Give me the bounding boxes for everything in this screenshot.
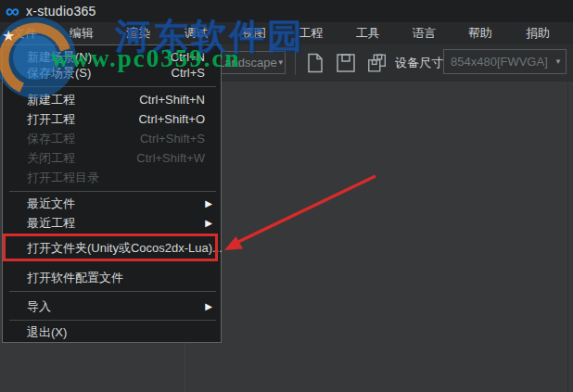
device-size-label: 设备尺寸 — [395, 44, 443, 82]
chevron-down-icon: ▼ — [554, 57, 566, 66]
menubar-item-render[interactable]: 渲染(R) — [116, 22, 173, 44]
annotation-highlight-box — [3, 234, 218, 261]
menu-item-new-project[interactable]: 新建工程 Ctrl+Shift+N — [3, 90, 221, 109]
menu-item-save-scene[interactable]: 保存场景(S) Ctrl+S — [3, 63, 221, 82]
submenu-arrow-icon: ▶ — [205, 194, 221, 213]
menubar-item-project[interactable]: 工程(P) — [288, 22, 346, 44]
new-file-button[interactable] — [304, 52, 326, 74]
save-all-button[interactable] — [366, 52, 388, 74]
device-size-dropdown[interactable]: 854x480[FWVGA] ▼ — [443, 49, 567, 74]
menu-item-close-project: 关闭工程 Ctrl+Shift+W — [3, 148, 221, 168]
menu-item-shortcut: Ctrl+S — [172, 63, 221, 82]
menu-separator — [9, 320, 216, 321]
menu-item-import[interactable]: 导入 ▶ — [3, 297, 221, 316]
menu-item-label: 保存工程 — [3, 129, 75, 148]
orientation-value: Landscape — [218, 56, 277, 70]
menu-item-open-config-file[interactable]: 打开软件配置文件 — [3, 268, 221, 287]
toolbar-separator — [295, 50, 296, 75]
menubar-item-donate[interactable]: 捐助(N) — [516, 22, 573, 44]
app-window: { "window": { "title": "x-studio365" }, … — [0, 0, 573, 392]
file-menu-panel: 新建场景(N) Ctrl+N 保存场景(S) Ctrl+S 新建工程 Ctrl+… — [2, 44, 222, 343]
menu-item-label: 新建工程 — [3, 90, 75, 109]
submenu-arrow-icon: ▶ — [205, 297, 221, 316]
menu-item-label: 导入 — [3, 297, 51, 316]
new-file-icon — [306, 53, 325, 73]
menu-item-shortcut: Ctrl+Shift+N — [139, 90, 221, 109]
app-logo-icon: ∞ — [6, 2, 19, 20]
title-bar: ∞ x-studio365 — [0, 0, 573, 22]
submenu-arrow-icon: ▶ — [205, 213, 221, 233]
menubar-item-help[interactable]: 帮助(H) — [458, 22, 516, 44]
save-button[interactable] — [335, 52, 357, 74]
menubar-item-tools[interactable]: 工具(T) — [346, 22, 402, 44]
menu-item-shortcut: Ctrl+Shift+W — [136, 148, 221, 168]
menubar-item-file[interactable]: 文件(F) — [3, 22, 59, 44]
menu-item-open-project[interactable]: 打开工程 Ctrl+Shift+O — [3, 109, 221, 129]
save-icon — [335, 52, 357, 74]
save-all-icon — [366, 52, 388, 74]
menu-bar: 文件(F) 编辑(E) 渲染(R) 调试(D) 视图(V) 工程(P) 工具(T… — [0, 22, 573, 44]
menu-item-label: 最近文件 — [3, 194, 75, 213]
menu-item-save-project: 保存工程 Ctrl+Shift+S — [3, 129, 221, 148]
menu-item-label: 打开软件配置文件 — [3, 268, 123, 287]
menu-item-shortcut: Ctrl+Shift+O — [138, 109, 221, 129]
menu-item-recent-files[interactable]: 最近文件 ▶ — [3, 194, 221, 213]
menu-item-open-project-dir: 打开工程目录 — [3, 168, 221, 187]
menubar-item-edit[interactable]: 编辑(E) — [59, 22, 117, 44]
menu-item-label: 关闭工程 — [3, 148, 75, 168]
menu-item-label: 打开工程 — [3, 109, 75, 129]
menu-item-recent-projects[interactable]: 最近工程 ▶ — [3, 213, 221, 233]
chevron-down-icon: ▼ — [277, 58, 288, 67]
menu-item-label: 最近工程 — [3, 213, 75, 233]
menu-item-exit[interactable]: 退出(X) — [3, 322, 221, 342]
menu-item-shortcut: Ctrl+Shift+S — [140, 129, 221, 148]
panel-divider-right — [567, 82, 568, 392]
menubar-item-view[interactable]: 视图(V) — [232, 22, 289, 44]
menu-separator — [9, 291, 216, 292]
menu-item-label: 保存场景(S) — [3, 63, 91, 82]
menubar-item-debug[interactable]: 调试(D) — [174, 22, 232, 44]
menu-separator — [9, 86, 216, 87]
device-size-value: 854x480[FWVGA] — [451, 55, 548, 69]
menu-separator — [9, 191, 216, 192]
menu-item-label: 打开工程目录 — [3, 168, 99, 187]
menu-item-label: 退出(X) — [3, 322, 67, 342]
menubar-item-language[interactable]: 语言(L) — [402, 22, 458, 44]
app-title: x-studio365 — [26, 4, 96, 19]
